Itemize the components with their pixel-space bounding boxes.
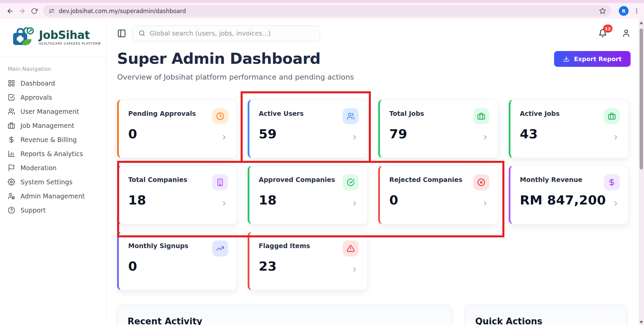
chevron-right-icon[interactable] — [482, 134, 489, 141]
scrollbar-down-arrow[interactable] — [640, 321, 643, 324]
jobsihat-logo-icon — [11, 26, 36, 49]
sidebar-item-label: Moderation — [20, 164, 57, 172]
stat-card-approved-companies[interactable]: Approved Companies18 — [248, 166, 367, 224]
sidebar-item-user-management[interactable]: User Management — [0, 104, 106, 119]
page-subtitle: Overview of Jobsihat platform performanc… — [117, 73, 354, 81]
stat-card-total-companies[interactable]: Total Companies18 — [117, 166, 237, 224]
gear-icon — [8, 178, 15, 186]
sidebar-item-approvals[interactable]: Approvals — [0, 90, 106, 104]
address-bar[interactable]: dev.jobsihat.com.my/superadmin/dashboard — [43, 5, 611, 17]
check-square-icon — [8, 94, 15, 101]
scrollbar-thumb[interactable] — [640, 29, 643, 170]
sidebar-item-label: Approvals — [20, 94, 52, 101]
bar-chart-icon — [8, 150, 15, 157]
search-input[interactable] — [150, 30, 314, 37]
chevron-right-icon[interactable] — [351, 266, 358, 273]
page-title: Super Admin Dashboard — [117, 50, 354, 67]
sidebar-item-label: Admin Management — [20, 192, 85, 200]
bookmark-star-icon[interactable] — [599, 7, 606, 14]
briefcase-icon — [473, 108, 489, 124]
recent-activity-panel: Recent Activity View All — [117, 305, 452, 325]
sidebar-item-moderation[interactable]: Moderation — [0, 161, 106, 175]
browser-tab-strip — [0, 0, 644, 3]
chevron-right-icon[interactable] — [351, 200, 358, 207]
sidebar-item-label: Dashboard — [20, 80, 55, 87]
building-icon — [212, 174, 228, 190]
jobsihat-logo[interactable]: JobSihat HEALTHCARE CAREERS PLATFORM — [0, 19, 106, 56]
browser-chrome: dev.jobsihat.com.my/superadmin/dashboard… — [0, 0, 644, 19]
browser-back-button[interactable] — [4, 5, 16, 17]
chevron-right-icon[interactable] — [220, 134, 228, 141]
grid-icon — [8, 80, 15, 87]
sidebar-item-admin-management[interactable]: Admin Management — [0, 189, 106, 203]
global-search — [132, 26, 320, 41]
export-report-label: Export Report — [574, 55, 622, 62]
stats-grid: Pending Approvals0Active Users59Total Jo… — [117, 99, 629, 290]
stat-card-value: 0 — [128, 127, 227, 141]
notification-badge: 12 — [603, 25, 612, 33]
notifications-button[interactable]: 12 — [598, 29, 607, 38]
stat-card-pending-approvals[interactable]: Pending Approvals0 — [117, 99, 237, 158]
quick-actions-title: Quick Actions — [475, 316, 616, 325]
stat-card-flagged-items[interactable]: Flagged Items23 — [248, 232, 367, 290]
stat-card-value: 43 — [520, 127, 619, 141]
logo-tagline: HEALTHCARE CAREERS PLATFORM — [39, 42, 101, 45]
site-settings-icon[interactable] — [48, 8, 55, 14]
stat-card-monthly-revenue[interactable]: Monthly RevenueRM 847,200 — [509, 166, 629, 224]
stat-card-value: 0 — [128, 259, 227, 274]
stat-card-active-users[interactable]: Active Users59 — [248, 99, 367, 158]
sidebar-item-label: User Management — [20, 108, 79, 115]
stat-card-value: 18 — [128, 193, 227, 207]
stat-card-active-jobs[interactable]: Active Jobs43 — [509, 99, 629, 158]
help-circle-icon — [8, 206, 15, 214]
users-icon — [8, 108, 15, 115]
stat-card-value: 79 — [389, 127, 488, 141]
sidebar-toggle-button[interactable] — [117, 29, 126, 38]
logo-name: JobSihat — [39, 30, 101, 41]
chevron-right-icon[interactable] — [612, 134, 620, 141]
browser-reload-button[interactable] — [28, 5, 40, 17]
briefcase-icon — [604, 108, 620, 124]
sidebar-item-reports-analytics[interactable]: Reports & Analytics — [0, 147, 106, 161]
reload-icon — [31, 8, 38, 14]
view-all-link[interactable]: View All — [409, 316, 441, 325]
sidebar-item-label: Reports & Analytics — [20, 150, 83, 157]
download-icon — [563, 56, 569, 62]
nav-section-label: Main Navigation — [8, 66, 106, 72]
arrow-right-icon — [18, 7, 26, 15]
stat-card-rejected-companies[interactable]: Rejected Companies0 — [378, 166, 498, 224]
stat-card-total-jobs[interactable]: Total Jobs79 — [378, 99, 498, 158]
more-vertical-icon — [633, 8, 640, 14]
sidebar-item-revenue-billing[interactable]: Revenue & Billing — [0, 133, 106, 147]
briefcase-icon — [8, 122, 15, 129]
search-icon — [139, 30, 145, 37]
sidebar-item-job-management[interactable]: Job Management — [0, 119, 106, 133]
sidebar-item-dashboard[interactable]: Dashboard — [0, 76, 106, 90]
profile-button[interactable] — [622, 29, 631, 38]
browser-menu-button[interactable] — [633, 8, 640, 14]
page-scrollbar — [639, 19, 644, 325]
chevron-right-icon[interactable] — [220, 200, 228, 207]
url-text: dev.jobsihat.com.my/superadmin/dashboard — [59, 8, 599, 14]
dollar-icon — [604, 174, 620, 190]
sidebar-item-support[interactable]: Support — [0, 203, 106, 217]
stat-card-monthly-signups[interactable]: Monthly Signups0 — [117, 232, 237, 290]
x-circle-icon — [473, 174, 489, 190]
stat-card-value: 0 — [389, 193, 488, 207]
sidebar-item-label: Support — [20, 206, 46, 214]
check-circle-icon — [343, 174, 359, 190]
browser-profile-avatar[interactable]: R — [619, 6, 629, 16]
panel-left-icon — [117, 29, 126, 38]
sidebar-item-system-settings[interactable]: System Settings — [0, 175, 106, 189]
user-icon — [622, 29, 631, 38]
browser-toolbar: dev.jobsihat.com.my/superadmin/dashboard… — [0, 3, 644, 19]
chevron-right-icon[interactable] — [482, 200, 489, 207]
flag-icon — [8, 164, 15, 172]
stat-card-value: 59 — [259, 127, 358, 141]
export-report-button[interactable]: Export Report — [554, 51, 631, 67]
trending-up-icon — [212, 240, 228, 257]
scrollbar-up-arrow[interactable] — [640, 21, 643, 24]
chevron-right-icon[interactable] — [612, 200, 620, 207]
browser-forward-button[interactable] — [16, 5, 28, 17]
chevron-right-icon[interactable] — [351, 134, 358, 141]
